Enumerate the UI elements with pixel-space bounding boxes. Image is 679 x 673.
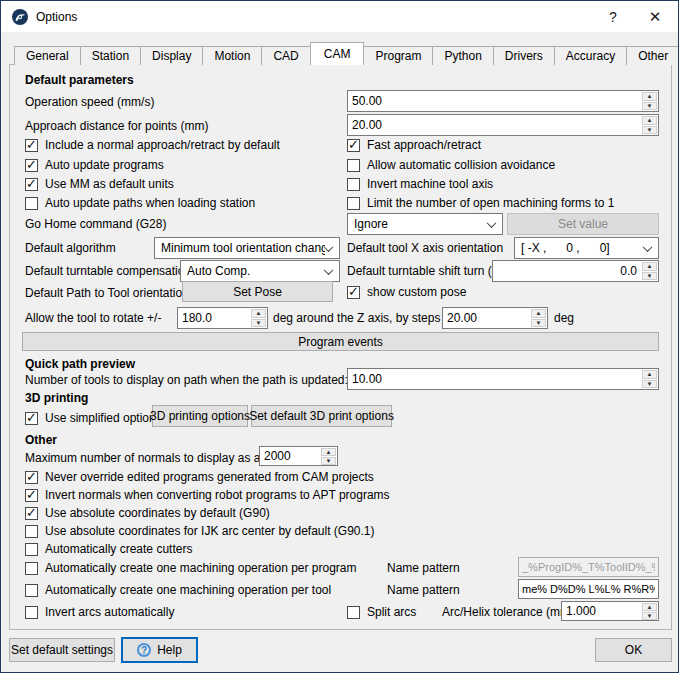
- invert-machine-tool-axis-checkbox[interactable]: [347, 178, 360, 191]
- checkbox-label[interactable]: Automatically create one machining opera…: [45, 561, 357, 575]
- help-button[interactable]: ? Help: [121, 637, 198, 663]
- set-default-3d-print-options-button[interactable]: Set default 3D print options: [251, 405, 392, 427]
- auto-update-paths-checkbox[interactable]: [25, 197, 38, 210]
- checkbox-label[interactable]: Never override edited programs generated…: [45, 470, 374, 484]
- absolute-coordinates-g90-checkbox[interactable]: [25, 507, 38, 520]
- window-help-button[interactable]: ?: [592, 1, 634, 32]
- num-tools-spinbox[interactable]: ▲ ▼: [347, 368, 659, 390]
- tool-x-axis-dropdown[interactable]: [ -X , 0 , 0]: [514, 237, 659, 259]
- tab-motion[interactable]: Motion: [202, 46, 262, 65]
- spin-up-icon[interactable]: ▲: [642, 92, 657, 101]
- set-default-settings-button[interactable]: Set default settings: [9, 638, 115, 662]
- checkbox-label[interactable]: Automatically create one machining opera…: [45, 583, 331, 597]
- tab-other[interactable]: Other: [626, 46, 679, 65]
- checkbox-label[interactable]: Invert arcs automatically: [45, 605, 174, 619]
- fast-approach-checkbox[interactable]: [347, 139, 360, 152]
- spin-down-icon[interactable]: ▼: [531, 319, 546, 328]
- program-events-button[interactable]: Program events: [22, 332, 659, 351]
- absolute-coordinates-g901-checkbox-row: Use absolute coordinates for IJK arc cen…: [25, 523, 375, 539]
- checkbox-label[interactable]: Use absolute coordinates by default (G90…: [45, 506, 270, 520]
- arc-helix-tolerance-spinbox[interactable]: ▲ ▼: [561, 601, 659, 621]
- spin-down-icon[interactable]: ▼: [251, 319, 266, 328]
- use-mm-checkbox[interactable]: [25, 178, 38, 191]
- include-normal-approach-checkbox[interactable]: [25, 139, 38, 152]
- window-close-button[interactable]: ✕: [634, 1, 676, 32]
- ok-button[interactable]: OK: [595, 638, 672, 662]
- spin-down-icon[interactable]: ▼: [321, 457, 336, 465]
- checkbox-label[interactable]: Use MM as default units: [45, 177, 174, 191]
- spin-down-icon[interactable]: ▼: [642, 272, 657, 281]
- tab-general[interactable]: General: [14, 46, 81, 65]
- num-tools-input[interactable]: [348, 369, 641, 389]
- operation-per-tool-checkbox[interactable]: [25, 584, 38, 597]
- name-pattern-tool-field[interactable]: [518, 579, 659, 599]
- rotate-degrees-input[interactable]: [178, 308, 250, 328]
- operation-speed-spinbox[interactable]: ▲ ▼: [347, 90, 659, 112]
- options-dialog: Options ? ✕ General Station Display Moti…: [0, 0, 679, 673]
- checkbox-label[interactable]: Use simplified options: [45, 411, 162, 425]
- operation-per-program-checkbox[interactable]: [25, 562, 38, 575]
- 3d-printing-options-button[interactable]: 3D printing options: [152, 405, 248, 427]
- checkbox-label[interactable]: Limit the number of open machining forms…: [367, 196, 614, 210]
- auto-create-cutters-checkbox[interactable]: [25, 543, 38, 556]
- checkbox-label[interactable]: show custom pose: [367, 285, 466, 299]
- checkbox-label[interactable]: Include a normal approach/retract by def…: [45, 138, 280, 152]
- limit-machining-forms-checkbox[interactable]: [347, 197, 360, 210]
- spin-up-icon[interactable]: ▲: [642, 262, 657, 271]
- operation-speed-input[interactable]: [348, 91, 641, 111]
- turntable-shift-input[interactable]: [493, 261, 641, 281]
- auto-update-programs-checkbox[interactable]: [25, 159, 38, 172]
- max-normals-input[interactable]: [260, 447, 320, 465]
- tab-station[interactable]: Station: [80, 46, 141, 65]
- spin-buttons: ▲ ▼: [641, 261, 658, 281]
- spin-down-icon[interactable]: ▼: [642, 612, 657, 620]
- checkbox-label[interactable]: Invert machine tool axis: [367, 177, 493, 191]
- rotate-step-input[interactable]: [443, 308, 530, 328]
- checkbox-label[interactable]: Auto update paths when loading station: [45, 196, 255, 210]
- invert-normals-checkbox[interactable]: [25, 489, 38, 502]
- rotate-degrees-spinbox[interactable]: ▲ ▼: [177, 307, 268, 329]
- checkbox-label[interactable]: Auto update programs: [45, 158, 164, 172]
- never-override-checkbox[interactable]: [25, 471, 38, 484]
- tab-python[interactable]: Python: [432, 46, 493, 65]
- tab-display[interactable]: Display: [140, 46, 203, 65]
- absolute-coordinates-g901-checkbox[interactable]: [25, 525, 38, 538]
- checkbox-label[interactable]: Fast approach/retract: [367, 138, 481, 152]
- spin-down-icon[interactable]: ▼: [642, 126, 657, 135]
- checkbox-label[interactable]: Automatically create cutters: [45, 542, 192, 556]
- invert-arcs-checkbox[interactable]: [25, 606, 38, 619]
- split-arcs-checkbox[interactable]: [347, 606, 360, 619]
- rotate-step-spinbox[interactable]: ▲ ▼: [442, 307, 548, 329]
- max-normals-spinbox[interactable]: ▲ ▼: [259, 446, 338, 466]
- arc-helix-tolerance-input[interactable]: [562, 602, 641, 620]
- tab-cad[interactable]: CAD: [261, 46, 310, 65]
- show-custom-pose-checkbox[interactable]: [347, 286, 360, 299]
- checkbox-label[interactable]: Allow automatic collision avoidance: [367, 158, 555, 172]
- default-algorithm-dropdown[interactable]: Minimum tool orientation change: [154, 237, 340, 259]
- collision-avoidance-checkbox[interactable]: [347, 159, 360, 172]
- tab-cam[interactable]: CAM: [310, 42, 365, 65]
- spin-up-icon[interactable]: ▲: [251, 309, 266, 318]
- approach-distance-input[interactable]: [348, 115, 641, 135]
- tab-program[interactable]: Program: [363, 46, 433, 65]
- spin-up-icon[interactable]: ▲: [642, 370, 657, 379]
- name-pattern-tool-input[interactable]: [519, 580, 658, 598]
- use-simplified-options-checkbox[interactable]: [25, 412, 38, 425]
- tab-drivers[interactable]: Drivers: [493, 46, 555, 65]
- turntable-compensation-dropdown[interactable]: Auto Comp.: [180, 260, 340, 282]
- default-algorithm-label: Default algorithm: [25, 241, 116, 255]
- turntable-shift-spinbox[interactable]: ▲ ▼: [492, 260, 659, 282]
- set-pose-button[interactable]: Set Pose: [182, 281, 333, 302]
- spin-up-icon[interactable]: ▲: [642, 603, 657, 611]
- approach-distance-spinbox[interactable]: ▲ ▼: [347, 114, 659, 136]
- spin-up-icon[interactable]: ▲: [642, 116, 657, 125]
- spin-down-icon[interactable]: ▼: [642, 380, 657, 389]
- spin-down-icon[interactable]: ▼: [642, 102, 657, 111]
- tab-accuracy[interactable]: Accuracy: [554, 46, 627, 65]
- spin-up-icon[interactable]: ▲: [321, 448, 336, 456]
- checkbox-label[interactable]: Invert normals when converting robot pro…: [45, 488, 390, 502]
- spin-up-icon[interactable]: ▲: [531, 309, 546, 318]
- go-home-command-dropdown[interactable]: Ignore: [347, 213, 503, 235]
- checkbox-label[interactable]: Use absolute coordinates for IJK arc cen…: [45, 524, 375, 538]
- checkbox-label[interactable]: Split arcs: [367, 605, 416, 619]
